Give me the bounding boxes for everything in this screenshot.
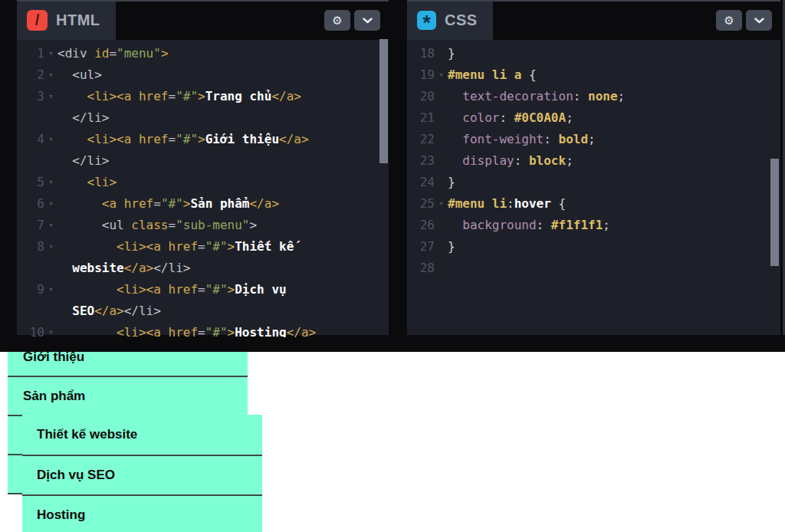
line-number: 9 [17, 279, 44, 300]
html-editor-scrollbar[interactable] [379, 39, 388, 163]
line-number: 21 [407, 107, 435, 129]
code-line: 3▾ <li><a href="#">Trang chủ</a> [17, 86, 389, 107]
fold-gutter [44, 300, 57, 322]
fold-gutter [435, 258, 448, 279]
line-number: 18 [407, 43, 435, 64]
gear-icon: ⚙ [724, 14, 734, 28]
line-number: 10 [17, 322, 44, 337]
code-line: 8▾ <li><a href="#">Thiết kế [17, 236, 389, 258]
code-line: 25▾#menu li:hover { [407, 193, 780, 215]
fold-arrow-icon[interactable]: ▾ [44, 322, 57, 337]
line-number: 2 [17, 64, 44, 86]
code-line: </li> [17, 107, 389, 129]
gear-icon: ⚙ [332, 14, 342, 28]
line-number: 20 [407, 86, 435, 107]
fold-arrow-icon[interactable]: ▾ [435, 64, 448, 86]
tab-css[interactable]: * CSS [407, 0, 493, 40]
fold-gutter [44, 150, 57, 172]
line-number: 22 [407, 129, 435, 150]
css-tab-label: CSS [445, 11, 478, 29]
code-line: 19▾#menu li a { [407, 64, 780, 86]
fold-arrow-icon[interactable]: ▾ [44, 86, 57, 107]
line-number: 4 [17, 129, 44, 150]
line-number [17, 150, 44, 172]
css-icon: * [417, 11, 436, 30]
code-line: SEO</a></li> [17, 300, 389, 322]
menu-item[interactable]: Thiết kế website [22, 415, 262, 456]
css-editor-panel: padding: 10px 20px;18}19▾#menu li a {20 … [407, 0, 780, 337]
html-tab-label: HTML [56, 11, 100, 29]
code-line: 7▾ <ul class="sub-menu"> [17, 215, 389, 236]
html-editor-panel: 1▾<div id="menu">2▾ <ul>3▾ <li><a href="… [17, 0, 389, 337]
codepen-editor-view: 1▾<div id="menu">2▾ <ul>3▾ <li><a href="… [0, 0, 785, 532]
code-line: 9▾ <li><a href="#">Dịch vụ [17, 279, 389, 300]
code-line: 10▾ <li><a href="#">Hosting</a> [17, 322, 389, 337]
code-line: 18} [407, 43, 780, 64]
css-panel-header: * CSS ⚙ [407, 0, 780, 40]
line-number: 26 [407, 215, 435, 236]
code-line: </li> [17, 150, 389, 172]
css-code-editor[interactable]: padding: 10px 20px;18}19▾#menu li a {20 … [407, 21, 780, 279]
code-line: 26 background: #f1f1f1; [407, 215, 780, 236]
fold-gutter [435, 86, 448, 107]
code-line: 20 text-decoration: none; [407, 86, 780, 107]
tab-html[interactable]: / HTML [17, 0, 116, 40]
panel-top-edge [407, 0, 780, 2]
fold-arrow-icon[interactable]: ▾ [44, 43, 57, 64]
line-number: 25 [407, 193, 435, 215]
html-collapse-button[interactable] [354, 10, 380, 31]
line-number: 8 [17, 236, 44, 258]
menu-item[interactable]: Hosting [22, 496, 262, 532]
line-number: 6 [17, 193, 44, 215]
code-line: website</a></li> [17, 258, 389, 279]
fold-gutter [435, 129, 448, 150]
fold-arrow-icon[interactable]: ▾ [44, 279, 57, 300]
fold-arrow-icon[interactable]: ▾ [44, 236, 57, 258]
chevron-down-icon [754, 18, 764, 24]
line-number: 24 [407, 172, 435, 193]
code-line: 21 color: #0C0A0A; [407, 107, 780, 129]
html-panel-header: / HTML ⚙ [17, 0, 389, 40]
line-number [17, 300, 44, 322]
code-line: 27} [407, 236, 780, 258]
line-number [17, 258, 44, 279]
code-line: 1▾<div id="menu"> [17, 43, 389, 64]
html-icon: / [27, 10, 48, 31]
line-number: 7 [17, 215, 44, 236]
code-line: 28 [407, 258, 780, 279]
line-number: 28 [407, 258, 435, 279]
css-settings-button[interactable]: ⚙ [716, 10, 742, 31]
fold-gutter [44, 107, 57, 129]
line-number: 3 [17, 86, 44, 107]
html-settings-button[interactable]: ⚙ [324, 10, 350, 31]
fold-gutter [435, 107, 448, 129]
menu-item[interactable]: Giới thiệu [8, 352, 248, 377]
fold-arrow-icon[interactable]: ▾ [435, 193, 448, 215]
fold-gutter [435, 236, 448, 258]
fold-arrow-icon[interactable]: ▾ [44, 215, 57, 236]
fold-arrow-icon[interactable]: ▾ [44, 129, 57, 150]
code-line: 5▾ <li> [17, 172, 389, 193]
menu-item[interactable]: Sản phẩm [8, 377, 248, 416]
fold-gutter [435, 172, 448, 193]
code-line: 23 display: block; [407, 150, 780, 172]
panel-top-edge [17, 0, 389, 2]
line-number [17, 107, 44, 129]
fold-arrow-icon[interactable]: ▾ [44, 64, 57, 86]
menu-item[interactable]: Dịch vụ SEO [22, 456, 262, 496]
fold-arrow-icon[interactable]: ▾ [44, 193, 57, 215]
code-line: 22 font-weight: bold; [407, 129, 780, 150]
editor-preview-divider [0, 335, 785, 352]
fold-arrow-icon[interactable]: ▾ [44, 172, 57, 193]
fold-gutter [44, 258, 57, 279]
css-editor-scrollbar[interactable] [770, 159, 779, 266]
preview-pane: Trang chủGiới thiệuSản phẩmHỗ trợLiên hệ… [0, 352, 785, 532]
code-line: 6▾ <a href="#">Sản phẩm</a> [17, 193, 389, 215]
line-number: 1 [17, 43, 44, 64]
code-line: 4▾ <li><a href="#">Giới thiệu</a> [17, 129, 389, 150]
html-code-editor[interactable]: 1▾<div id="menu">2▾ <ul>3▾ <li><a href="… [17, 43, 389, 337]
line-number: 23 [407, 150, 435, 172]
css-collapse-button[interactable] [746, 10, 772, 31]
code-line: 2▾ <ul> [17, 64, 389, 86]
line-number: 5 [17, 172, 44, 193]
